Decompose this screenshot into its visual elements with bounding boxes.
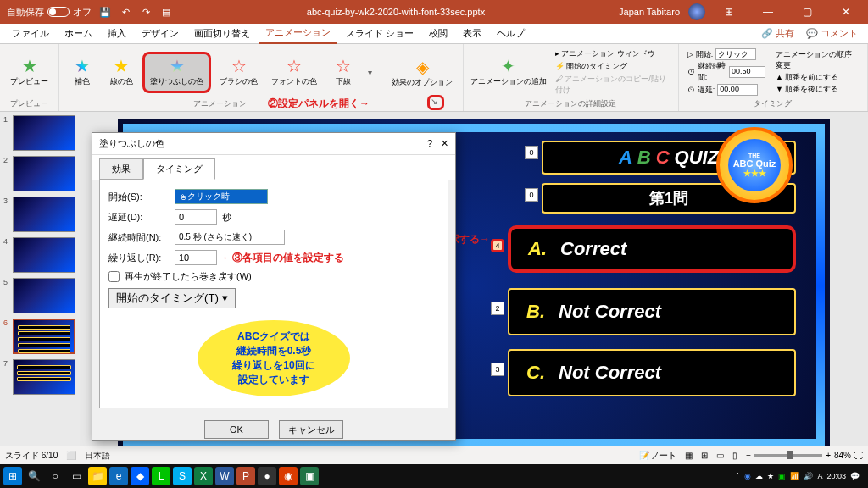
line-tray-icon[interactable]: ▣ <box>778 472 786 480</box>
redo-icon[interactable]: ↷ <box>139 5 153 19</box>
preview-button[interactable]: ★ プレビュー <box>5 54 53 91</box>
tab-review[interactable]: 校閲 <box>422 24 454 43</box>
minimize-icon[interactable]: — <box>753 6 783 18</box>
start-show-icon[interactable]: ▤ <box>159 5 173 19</box>
language-indicator[interactable]: 日本語 <box>85 450 110 462</box>
tab-slideshow[interactable]: スライド ショー <box>339 24 420 43</box>
ribbon-options-icon[interactable]: ⊞ <box>714 6 744 18</box>
answer-b[interactable]: B.Not Correct <box>508 288 796 336</box>
effect-options-button[interactable]: ◈効果のオプション <box>387 55 458 92</box>
gallery-more-icon[interactable]: ▾ <box>364 68 376 77</box>
answer-a[interactable]: A.Correct <box>508 225 796 273</box>
notes-button[interactable]: 📝 ノート <box>639 450 677 462</box>
view-sorter-icon[interactable]: ⊞ <box>701 451 708 460</box>
zoom-slider[interactable] <box>754 454 822 457</box>
thumb-3[interactable] <box>13 197 75 232</box>
ok-button[interactable]: OK <box>204 420 269 439</box>
tray-icon[interactable]: ★ <box>767 472 774 480</box>
dialog-close-icon[interactable]: ✕ <box>441 138 448 148</box>
restore-icon[interactable]: ▢ <box>792 6 822 18</box>
avatar[interactable] <box>688 3 705 20</box>
tray-icon[interactable]: ☁ <box>755 472 763 480</box>
thumb-7[interactable] <box>13 359 75 395</box>
tab-home[interactable]: ホーム <box>58 24 99 43</box>
tab-animations[interactable]: アニメーション <box>259 23 337 44</box>
word-icon[interactable]: W <box>215 467 234 485</box>
start-select[interactable]: 🖱 クリック時 <box>175 189 268 204</box>
tab-file[interactable]: ファイル <box>5 24 56 43</box>
dialog-tab-effect[interactable]: 効果 <box>99 158 143 180</box>
dialog-tab-timing[interactable]: タイミング <box>143 158 215 180</box>
view-reading-icon[interactable]: ▭ <box>716 451 724 460</box>
fit-icon[interactable]: ⛶ <box>854 451 863 460</box>
thumb-5[interactable] <box>13 278 75 313</box>
comment-button[interactable]: 💬 コメント <box>801 27 863 40</box>
duration-select[interactable]: 0.5 秒 (さらに速く) <box>175 230 285 245</box>
anim-tag-0b[interactable]: 0 <box>525 188 538 202</box>
zoom-in-icon[interactable]: + <box>826 451 831 460</box>
tab-view[interactable]: 表示 <box>456 24 488 43</box>
tab-transitions[interactable]: 画面切り替え <box>187 24 257 43</box>
share-button[interactable]: 🔗 共有 <box>756 27 799 40</box>
tray-up-icon[interactable]: ˄ <box>736 472 740 480</box>
anim-tag-4[interactable]: 4 <box>491 239 504 252</box>
save-icon[interactable]: 💾 <box>98 5 112 19</box>
tab-design[interactable]: デザイン <box>135 24 186 43</box>
spellcheck-icon[interactable]: ⬜ <box>66 451 76 460</box>
rewind-checkbox[interactable] <box>108 271 120 282</box>
animation-pane-button[interactable]: ▸ アニメーション ウィンドウ <box>555 48 670 59</box>
add-animation-button[interactable]: ✦アニメーションの追加 <box>469 54 548 91</box>
autosave-toggle[interactable]: 自動保存 オフ <box>7 6 92 19</box>
start-icon[interactable]: ⊞ <box>3 467 22 485</box>
move-later-button[interactable]: ▼ 順番を後にする <box>776 84 859 95</box>
animation-painter-button[interactable]: 🖌 アニメーションのコピー/貼り付け <box>555 74 670 96</box>
anim-tag-3[interactable]: 3 <box>491 363 504 376</box>
anim-brushcolor[interactable]: ☆ブラシの色 <box>214 54 263 91</box>
trigger-button[interactable]: ⚡ 開始のタイミング <box>555 61 670 72</box>
search-icon[interactable]: 🔍 <box>25 467 43 485</box>
timing-duration-field[interactable]: 00.50 <box>729 66 765 78</box>
anim-linecolor[interactable]: ★線の色 <box>103 54 139 91</box>
cancel-button[interactable]: キャンセル <box>279 420 343 439</box>
close-icon[interactable]: ✕ <box>831 6 861 18</box>
tab-insert[interactable]: 挿入 <box>101 24 133 43</box>
view-slideshow-icon[interactable]: ▯ <box>732 451 737 460</box>
excel-icon[interactable]: X <box>194 467 213 485</box>
anim-fillcolor[interactable]: ★塗りつぶしの色 <box>142 52 211 93</box>
quiz-badge[interactable]: THEABC Quiz★★★ <box>716 127 793 203</box>
line-icon[interactable]: L <box>152 467 170 485</box>
app-icon[interactable]: ▣ <box>300 467 319 485</box>
app-icon[interactable]: ◉ <box>279 467 298 485</box>
timing-start-field[interactable]: クリック時 <box>715 48 756 60</box>
tab-help[interactable]: ヘルプ <box>490 24 531 43</box>
taskview-icon[interactable]: ▭ <box>67 467 86 485</box>
edge-icon[interactable]: e <box>109 467 128 485</box>
anim-tag-0a[interactable]: 0 <box>525 146 538 159</box>
app-icon[interactable]: ● <box>258 467 276 485</box>
thumb-6[interactable] <box>13 319 75 354</box>
anim-tag-2[interactable]: 2 <box>491 302 504 315</box>
anim-fontcolor[interactable]: ☆フォントの色 <box>266 54 322 91</box>
thumb-4[interactable] <box>13 237 75 273</box>
answer-c[interactable]: C.Not Correct <box>508 349 796 396</box>
thumb-2[interactable] <box>13 156 75 191</box>
view-normal-icon[interactable]: ▦ <box>685 451 693 460</box>
dropbox-icon[interactable]: ◆ <box>131 467 149 485</box>
skype-icon[interactable]: S <box>173 467 192 485</box>
anim-underline[interactable]: ☆下線 <box>326 54 361 91</box>
dialog-help-icon[interactable]: ? <box>427 138 432 148</box>
clock[interactable]: 20:03 <box>826 472 846 480</box>
powerpoint-icon[interactable]: P <box>236 467 255 485</box>
thumb-1[interactable] <box>13 115 75 151</box>
timing-delay-field[interactable]: 00.00 <box>717 84 758 96</box>
dialog-launcher-icon[interactable]: ↘ <box>431 97 437 106</box>
repeat-input[interactable]: 10 <box>175 250 217 265</box>
username[interactable]: Japan Tabitaro <box>619 7 680 17</box>
wifi-icon[interactable]: 📶 <box>790 472 799 480</box>
chrome-icon[interactable]: ◉ <box>744 472 751 480</box>
cortana-icon[interactable]: ○ <box>46 467 64 485</box>
ime-icon[interactable]: A <box>817 472 822 480</box>
volume-icon[interactable]: 🔊 <box>804 472 813 480</box>
trigger-timing-button[interactable]: 開始のタイミング(T) ▾ <box>108 288 236 308</box>
zoom-out-icon[interactable]: − <box>746 451 751 460</box>
